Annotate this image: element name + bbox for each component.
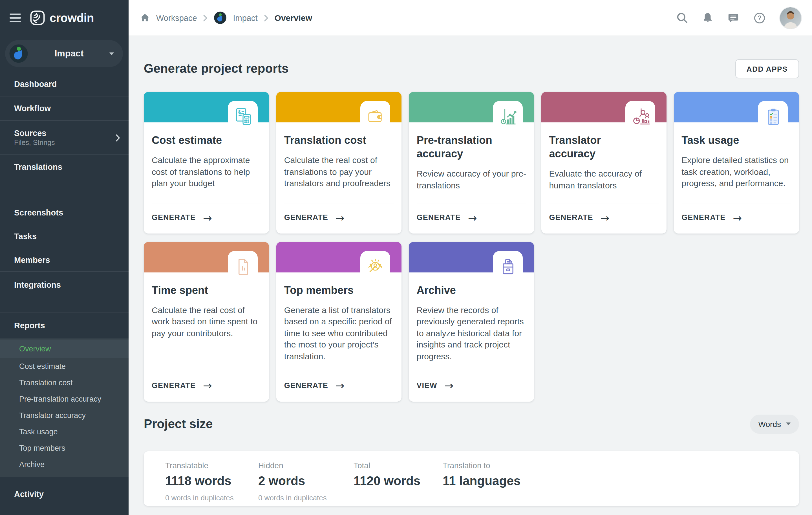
menu-hamburger-icon[interactable] xyxy=(9,13,21,22)
people-stats-icon xyxy=(625,101,655,133)
chevron-down-icon xyxy=(109,52,114,55)
card-description: Calculate the real cost of translations … xyxy=(284,154,394,189)
invoice-calculator-icon: $ xyxy=(228,101,258,133)
crowdin-logo-icon xyxy=(30,10,45,25)
sidebar-item-screenshots[interactable]: Screenshots xyxy=(0,201,128,225)
chat-icon[interactable] xyxy=(727,12,739,23)
archive-box-icon xyxy=(493,251,523,282)
main-column: Workspace Impact Overview xyxy=(128,0,812,515)
reports-item-translator-accuracy[interactable]: Translator accuracy xyxy=(0,407,128,424)
add-apps-button[interactable]: ADD APPS xyxy=(735,59,799,78)
project-size-title: Project size xyxy=(144,417,213,431)
clipboard-checklist-icon xyxy=(758,101,788,133)
report-cards-row-2: Time spent Calculate the real cost of wo… xyxy=(144,242,799,401)
page-title: Generate project reports xyxy=(144,61,289,76)
crowdin-logo[interactable]: crowdin xyxy=(30,10,94,25)
svg-text:$: $ xyxy=(238,109,241,114)
card-title: Translator accuracy xyxy=(549,134,634,161)
sidebar-item-translations[interactable]: Translations xyxy=(0,154,128,179)
reports-submenu: Overview Cost estimate Translation cost … xyxy=(0,339,128,477)
generate-button[interactable]: GENERATE→ xyxy=(152,204,261,233)
sidebar-item-workflow[interactable]: Workflow xyxy=(0,96,128,121)
search-icon[interactable] xyxy=(676,12,688,24)
sources-sublabel: Files, Strings xyxy=(14,139,55,146)
stat-hidden: Hidden 2 words 0 words in duplicates xyxy=(258,461,353,506)
arrow-right-icon: → xyxy=(733,213,742,221)
card-description: Calculate the approximate cost of transl… xyxy=(152,154,261,189)
report-cards-row-1: $ Cost estimate Calculate the approximat… xyxy=(144,92,799,233)
chevron-right-icon xyxy=(264,15,268,21)
arrow-right-icon: → xyxy=(336,213,345,221)
card-description: Evaluate the accuracy of human translato… xyxy=(549,168,659,191)
card-cost-estimate: $ Cost estimate Calculate the approximat… xyxy=(144,92,269,233)
stat-translatable: Translatable 1118 words 0 words in dupli… xyxy=(165,461,258,506)
sidebar-item-sources[interactable]: Sources Files, Strings xyxy=(0,121,128,154)
sidebar-item-integrations[interactable]: Integrations xyxy=(0,272,128,297)
reports-item-top-members[interactable]: Top members xyxy=(0,440,128,456)
generate-button[interactable]: GENERATE→ xyxy=(284,371,394,401)
project-switcher[interactable]: Impact xyxy=(5,40,123,67)
generate-button[interactable]: GENERATE→ xyxy=(549,204,659,233)
reports-item-cost-estimate[interactable]: Cost estimate xyxy=(0,358,128,375)
reports-item-task-usage[interactable]: Task usage xyxy=(0,424,128,440)
card-description: Review the records of previously generat… xyxy=(417,304,526,362)
card-translation-cost: Translation cost Calculate the real cost… xyxy=(276,92,402,233)
document-pause-icon xyxy=(228,251,258,282)
chevron-right-icon xyxy=(116,134,120,142)
card-description: Generate a list of translators based on … xyxy=(284,304,394,362)
help-icon[interactable]: ? xyxy=(753,11,766,24)
reports-item-overview[interactable]: Overview xyxy=(0,340,128,358)
stat-translation-to: Translation to 11 languages xyxy=(443,461,520,506)
bell-icon[interactable] xyxy=(702,12,713,24)
sidebar-header: crowdin xyxy=(0,0,128,35)
project-size-stats: Translatable 1118 words 0 words in dupli… xyxy=(144,451,799,506)
sidebar-item-reports[interactable]: Reports xyxy=(0,312,128,339)
card-title: Translation cost xyxy=(284,134,369,147)
stat-total: Total 1120 words xyxy=(353,461,443,506)
topbar: Workspace Impact Overview xyxy=(128,0,812,35)
magnifier-people-icon xyxy=(360,251,390,282)
card-archive: Archive Review the records of previously… xyxy=(409,242,534,401)
sidebar-item-activity[interactable]: Activity xyxy=(0,477,128,515)
app-window: crowdin Impact Dashboard Workflow Source… xyxy=(0,0,812,515)
card-pre-translation-accuracy: Pre-translation accuracy Review accuracy… xyxy=(409,92,534,233)
sidebar-item-members[interactable]: Members xyxy=(0,248,128,272)
topbar-actions: ? xyxy=(676,7,801,28)
wallet-icon xyxy=(360,101,390,133)
breadcrumb: Workspace Impact Overview xyxy=(140,11,312,24)
project-name: Impact xyxy=(32,49,106,59)
sidebar-item-dashboard[interactable]: Dashboard xyxy=(0,72,128,96)
breadcrumb-workspace[interactable]: Workspace xyxy=(156,13,197,22)
home-icon[interactable] xyxy=(140,13,150,23)
breadcrumb-project[interactable]: Impact xyxy=(233,13,258,22)
card-top-members: Top members Generate a list of translato… xyxy=(276,242,402,401)
user-avatar[interactable] xyxy=(780,7,801,28)
arrow-right-icon: → xyxy=(468,213,477,221)
card-description: Review accuracy of your pre-translations xyxy=(417,168,526,191)
card-time-spent: Time spent Calculate the real cost of wo… xyxy=(144,242,269,401)
content-area: Generate project reports ADD APPS $ xyxy=(128,35,812,515)
generate-button[interactable]: GENERATE→ xyxy=(284,204,394,233)
card-description: Calculate the real cost of work based on… xyxy=(152,304,261,339)
chevron-down-icon xyxy=(786,423,790,425)
card-description: Explore detailed statistics on task crea… xyxy=(682,154,791,189)
reports-item-translation-cost[interactable]: Translation cost xyxy=(0,375,128,391)
sidebar-item-tasks[interactable]: Tasks xyxy=(0,225,128,248)
generate-button[interactable]: GENERATE→ xyxy=(152,371,261,401)
unit-selector[interactable]: Words xyxy=(750,414,799,433)
svg-text:?: ? xyxy=(758,14,761,22)
card-title: Top members xyxy=(284,283,369,297)
breadcrumb-project-avatar xyxy=(214,11,227,24)
reports-item-archive[interactable]: Archive xyxy=(0,456,128,473)
card-title: Task usage xyxy=(682,134,766,147)
card-title: Cost estimate xyxy=(152,134,236,147)
generate-button[interactable]: GENERATE→ xyxy=(417,204,526,233)
project-avatar xyxy=(8,44,29,64)
view-button[interactable]: VIEW→ xyxy=(417,371,526,401)
chevron-right-icon xyxy=(203,15,208,21)
arrow-right-icon: → xyxy=(203,381,212,389)
arrow-right-icon: → xyxy=(445,381,454,389)
reports-item-pre-translation-accuracy[interactable]: Pre-translation accuracy xyxy=(0,391,128,407)
generate-button[interactable]: GENERATE→ xyxy=(682,204,791,233)
card-title: Archive xyxy=(417,283,501,297)
